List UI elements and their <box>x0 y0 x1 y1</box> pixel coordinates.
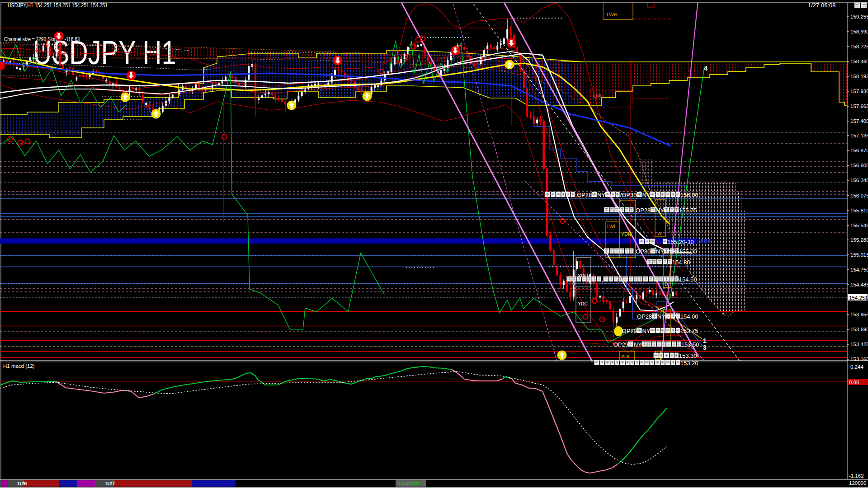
svg-text:OP30: OP30 <box>636 248 651 255</box>
svg-text:158.460: 158.460 <box>850 59 868 64</box>
svg-text:LMH: LMH <box>593 93 604 99</box>
svg-text:YDH: YDH <box>621 231 631 237</box>
svg-text:154.251: 154.251 <box>849 295 868 300</box>
svg-text:154.485: 154.485 <box>850 282 868 287</box>
svg-text:-1.162: -1.162 <box>849 473 864 479</box>
svg-text:NY: NY <box>657 313 665 320</box>
svg-text:NY: NY <box>642 192 651 198</box>
svg-text:1/26: 1/26 <box>17 481 27 486</box>
svg-text:153.75: 153.75 <box>680 328 698 334</box>
svg-text:155.00: 155.00 <box>679 248 697 255</box>
svg-text:153.160: 153.160 <box>850 357 868 362</box>
svg-text:D: D <box>665 282 668 287</box>
svg-text:156.00: 156.00 <box>680 192 698 198</box>
svg-text:_: _ <box>655 239 659 245</box>
svg-text:155.20-30: 155.20-30 <box>667 239 694 245</box>
svg-text:LWL: LWL <box>607 224 617 229</box>
svg-text:0.00: 0.00 <box>849 380 859 385</box>
svg-text:USDJPY,H1 154.251 154.251 154: USDJPY,H1 154.251 154.251 154.251 154.25… <box>8 2 108 8</box>
svg-text:156.075: 156.075 <box>850 193 868 198</box>
svg-text:120000: 120000 <box>849 480 866 486</box>
svg-text:Channel size = 3290 Slope = -1: Channel size = 3290 Slope = -116.63 <box>4 36 80 42</box>
svg-text:NY: NY <box>656 248 664 255</box>
svg-text:158.990: 158.990 <box>850 29 868 34</box>
svg-text:154.80: 154.80 <box>672 259 690 266</box>
svg-text:159.255: 159.255 <box>850 14 868 19</box>
svg-text:1/27: 1/27 <box>105 481 115 486</box>
svg-text:OP29: OP29 <box>622 328 637 334</box>
svg-text:158.725: 158.725 <box>850 44 868 49</box>
svg-text:155.75: 155.75 <box>679 207 697 214</box>
svg-text:157.930: 157.930 <box>850 89 868 94</box>
svg-text:155.015: 155.015 <box>850 252 868 258</box>
svg-text:YDL: YDL <box>621 354 631 359</box>
svg-text:157.135: 157.135 <box>850 133 868 138</box>
svg-text:NY: NY <box>634 341 642 348</box>
svg-text:4: 4 <box>704 65 708 72</box>
svg-text:NY: NY <box>597 192 605 198</box>
svg-text:153.50: 153.50 <box>681 341 699 348</box>
svg-text:156.605: 156.605 <box>850 163 868 168</box>
svg-text:3: 3 <box>703 344 707 351</box>
svg-text:157.400: 157.400 <box>850 118 868 124</box>
svg-text:W: W <box>657 231 662 236</box>
svg-text:156.340: 156.340 <box>850 178 868 183</box>
svg-text:NY: NY <box>656 207 664 214</box>
svg-text:0.244: 0.244 <box>850 364 863 370</box>
svg-text:154.00: 154.00 <box>680 313 698 320</box>
svg-text:H1 macd (12): H1 macd (12) <box>3 363 35 369</box>
svg-text:154.750: 154.750 <box>850 267 868 272</box>
svg-text:1/27 06:08: 1/27 06:08 <box>808 2 835 9</box>
svg-text:OP28: OP28 <box>637 313 652 320</box>
svg-text:OP28: OP28 <box>636 207 651 214</box>
svg-text:YDC: YDC <box>578 301 588 306</box>
svg-text:OP29: OP29 <box>613 341 628 348</box>
svg-text:155.545: 155.545 <box>850 223 868 228</box>
svg-text:1: 1 <box>703 337 707 344</box>
svg-text:153.425: 153.425 <box>850 342 868 347</box>
svg-text:153.690: 153.690 <box>850 327 868 332</box>
svg-text:153.30: 153.30 <box>679 352 697 359</box>
svg-text:155.280: 155.280 <box>850 237 868 243</box>
svg-text:157.665: 157.665 <box>850 103 868 109</box>
svg-text:/OP30: /OP30 <box>620 192 637 198</box>
svg-text:154.50: 154.50 <box>679 276 697 283</box>
svg-text:153.955: 153.955 <box>850 312 868 317</box>
svg-text:155.810: 155.810 <box>850 208 868 213</box>
svg-text:,: , <box>601 276 603 283</box>
svg-text:156.870: 156.870 <box>850 148 868 153</box>
svg-text:OP28: OP28 <box>577 192 592 198</box>
svg-text:macd ON: macd ON <box>397 481 420 486</box>
svg-text:LWH: LWH <box>607 12 618 17</box>
svg-text:NY: NY <box>642 328 651 334</box>
svg-text:158.195: 158.195 <box>850 74 868 79</box>
